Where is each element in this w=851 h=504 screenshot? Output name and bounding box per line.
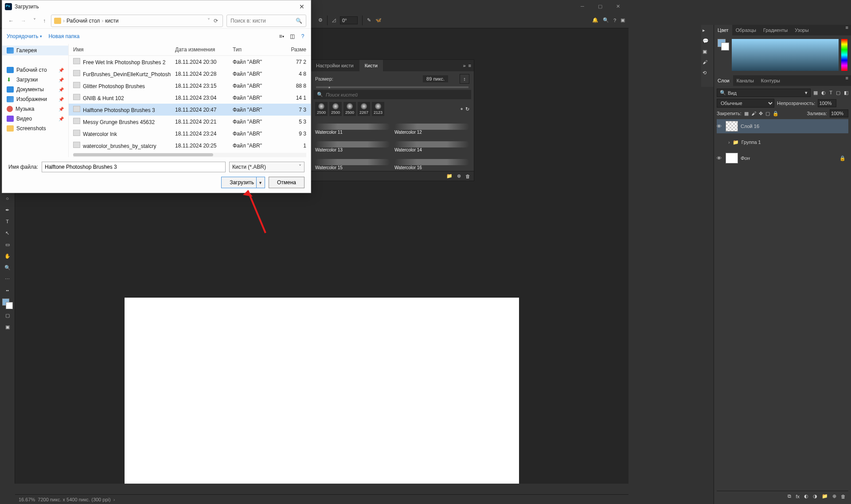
- sidebar-desktop[interactable]: Рабочий сто📌: [2, 65, 68, 75]
- brush-preset[interactable]: Watercolor 13: [315, 136, 390, 152]
- brush-preset[interactable]: Watercolor 12: [394, 119, 469, 135]
- refresh-icon[interactable]: ⟳: [212, 18, 220, 24]
- filter-shape-icon[interactable]: ▢: [836, 90, 840, 96]
- panel-menu-icon[interactable]: ≡: [843, 25, 851, 35]
- nav-up-button[interactable]: ↑: [41, 17, 47, 25]
- notifications-icon[interactable]: 🔔: [592, 17, 598, 23]
- tab-patterns[interactable]: Узоры: [791, 25, 812, 35]
- history-strip-icon[interactable]: ▸: [703, 27, 712, 37]
- nav-forward-button[interactable]: →: [19, 17, 28, 25]
- tab-swatches[interactable]: Образцы: [732, 25, 760, 35]
- brush-preset[interactable]: Watercolor 14: [394, 136, 469, 152]
- brush-search-input[interactable]: [326, 92, 397, 97]
- group-layer-icon[interactable]: 📁: [822, 493, 828, 499]
- brush-preset[interactable]: Watercolor 15: [315, 154, 390, 170]
- sidebar-gallery[interactable]: Галерея: [2, 46, 68, 55]
- window-minimize-button[interactable]: ─: [574, 1, 591, 12]
- more-tools[interactable]: ⋯: [1, 274, 14, 284]
- brush-new-icon[interactable]: ⊕: [457, 173, 461, 179]
- brush-size-value[interactable]: 89 пикс.: [423, 75, 448, 82]
- panel-menu-icon[interactable]: ≡: [468, 63, 471, 68]
- brush-preset[interactable]: Watercolor 16: [394, 154, 469, 170]
- new-folder-button[interactable]: Новая папка: [48, 33, 79, 39]
- layer-filter-dropdown[interactable]: 🔍 Вид ▾: [717, 89, 811, 97]
- lock-icon[interactable]: 🔒: [773, 111, 779, 116]
- dodge-tool[interactable]: ○: [1, 193, 14, 204]
- visibility-icon[interactable]: 👁: [717, 155, 723, 161]
- opacity-input[interactable]: [818, 99, 836, 107]
- search-icon[interactable]: 🔍: [603, 17, 609, 23]
- brush-tip[interactable]: 2500: [315, 102, 328, 116]
- brush-live-tip-icon[interactable]: ⚬: [460, 106, 464, 112]
- link-layers-icon[interactable]: ⧉: [788, 493, 791, 499]
- panel-menu-icon[interactable]: ≡: [843, 75, 851, 86]
- file-row[interactable]: Halftone Photoshop Brushes 318.11.2024 2…: [69, 104, 311, 116]
- file-row[interactable]: FurBrushes_DevinElleKurtz_Photoshop18.11…: [69, 68, 311, 80]
- lock-pixel-icon[interactable]: 🖌: [751, 111, 756, 116]
- horizontal-scrollbar[interactable]: [73, 153, 306, 157]
- filter-adjust-icon[interactable]: ◐: [821, 90, 826, 96]
- file-row[interactable]: GNIB & Hunt 10218.11.2024 23:04Файл "ABR…: [69, 92, 311, 104]
- load-button[interactable]: Загрузить▼: [221, 177, 265, 188]
- brush-reset-icon[interactable]: ↻: [465, 106, 469, 112]
- lock-artboard-icon[interactable]: ▢: [765, 111, 770, 116]
- sidebar-documents[interactable]: Документы📌: [2, 85, 68, 94]
- tab-paths[interactable]: Контуры: [757, 75, 784, 86]
- adjustments-strip-icon[interactable]: ⟲: [703, 70, 712, 80]
- file-row[interactable]: Glitter Photoshop Brushes18.11.2024 23:1…: [69, 80, 311, 92]
- brush-flip-button[interactable]: ↕: [460, 74, 469, 84]
- breadcrumb-segment[interactable]: кисти: [105, 18, 118, 24]
- organize-button[interactable]: Упорядочить ▾: [7, 33, 42, 39]
- dialog-search-input[interactable]: Поиск в: кисти 🔍: [226, 15, 306, 27]
- file-list-header[interactable]: Имя Дата изменения Тип Разме: [69, 44, 311, 56]
- nav-recent-button[interactable]: ˅: [31, 17, 38, 25]
- file-row[interactable]: Watercolor Ink18.11.2024 23:24Файл "ABR"…: [69, 128, 311, 140]
- hue-strip[interactable]: [841, 39, 847, 71]
- zoom-tool[interactable]: 🔍: [1, 262, 14, 273]
- pen-tool[interactable]: ✒: [1, 205, 14, 215]
- tab-brush-settings[interactable]: Настройки кисти: [311, 60, 359, 71]
- sidebar-downloads[interactable]: ⬇Загрузки📌: [2, 75, 68, 85]
- adjustment-layer-icon[interactable]: ◑: [813, 493, 817, 499]
- settings-icon[interactable]: ⚙: [318, 17, 323, 23]
- brush-delete-icon[interactable]: 🗑: [465, 174, 470, 179]
- brush-tip[interactable]: 2500: [329, 102, 342, 116]
- type-tool[interactable]: T: [1, 216, 14, 227]
- filename-input[interactable]: [42, 162, 226, 172]
- fill-input[interactable]: [830, 109, 848, 117]
- screen-mode-button[interactable]: ▣: [1, 322, 14, 332]
- path-select-tool[interactable]: ↖: [1, 228, 14, 238]
- brush-tip[interactable]: 2123: [372, 102, 384, 116]
- zoom-level[interactable]: 16.67%: [19, 497, 35, 502]
- brush-preset[interactable]: Watercolor 11: [315, 119, 390, 135]
- layer-mask-icon[interactable]: ◐: [804, 493, 808, 499]
- window-maximize-button[interactable]: ▢: [591, 1, 609, 12]
- tab-channels[interactable]: Каналы: [733, 75, 757, 86]
- color-picker[interactable]: [732, 39, 839, 71]
- layer-thumbnail[interactable]: [726, 153, 738, 163]
- blend-mode-select[interactable]: Обычные: [717, 99, 774, 108]
- lock-all-icon[interactable]: ▦: [744, 111, 749, 116]
- sidebar-music[interactable]: Музыка📌: [2, 104, 68, 114]
- edit-toolbar[interactable]: ▪▪: [1, 285, 14, 296]
- brush-folder-icon[interactable]: 📁: [446, 173, 453, 179]
- background-color[interactable]: [6, 302, 13, 309]
- libraries-strip-icon[interactable]: 🖌: [703, 59, 712, 69]
- help-icon[interactable]: ?: [299, 33, 306, 40]
- layer-item[interactable]: 👁 Фон 🔒: [717, 151, 848, 165]
- dialog-close-button[interactable]: ✕: [296, 2, 308, 11]
- file-type-filter[interactable]: Кисти (*.ABR) ˅: [229, 162, 304, 172]
- filter-image-icon[interactable]: ▦: [813, 90, 818, 96]
- brush-tip[interactable]: 2500: [344, 102, 356, 116]
- artboard[interactable]: [125, 298, 519, 484]
- delete-layer-icon[interactable]: 🗑: [841, 494, 846, 499]
- color-swatch[interactable]: [718, 39, 729, 50]
- sidebar-video[interactable]: Видео📌: [2, 114, 68, 124]
- hand-tool[interactable]: ✋: [1, 251, 14, 261]
- sidebar-images[interactable]: Изображени📌: [2, 94, 68, 104]
- tab-brushes[interactable]: Кисти: [359, 60, 383, 71]
- breadcrumb-segment[interactable]: Рабочий стол: [66, 18, 100, 24]
- angle-field[interactable]: 0°: [340, 16, 358, 24]
- quick-mask-button[interactable]: ▢: [1, 310, 14, 321]
- lock-position-icon[interactable]: ✥: [759, 111, 763, 116]
